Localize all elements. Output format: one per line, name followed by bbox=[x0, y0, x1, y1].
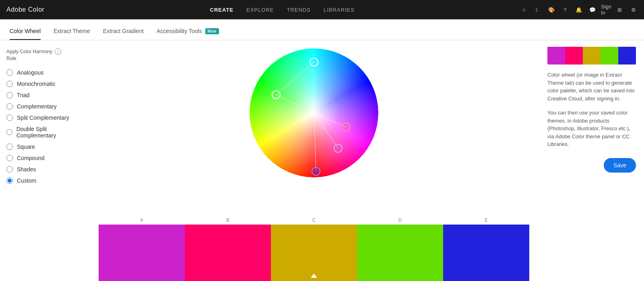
handle-A[interactable] bbox=[310, 58, 318, 67]
color-wheel-container[interactable] bbox=[250, 48, 378, 177]
radio-label-double-split-complementary: Double Split Complementary bbox=[17, 126, 82, 139]
new-badge: New bbox=[205, 28, 219, 34]
mini-swatch-3[interactable] bbox=[601, 47, 618, 65]
harmony-rules-list: AnalogousMonochromaticTriadComplementary… bbox=[6, 67, 82, 186]
radio-label-triad: Triad bbox=[17, 92, 29, 98]
radio-label-complementary: Complementary bbox=[17, 103, 57, 110]
handle-E[interactable] bbox=[312, 167, 320, 176]
radio-double-split-complementary[interactable] bbox=[6, 129, 12, 135]
radio-shades[interactable] bbox=[6, 166, 13, 173]
moon-icon[interactable]: ☾ bbox=[534, 6, 542, 14]
harmony-label: Apply Color Harmony i bbox=[6, 48, 82, 55]
radio-item-complementary[interactable]: Complementary bbox=[6, 101, 82, 112]
radio-item-triad[interactable]: Triad bbox=[6, 90, 82, 101]
swatch-D[interactable] bbox=[357, 225, 443, 281]
swatches-row bbox=[99, 225, 529, 281]
swatch-labels: ABCDE bbox=[99, 217, 529, 225]
radio-item-split-complementary[interactable]: Split Complementary bbox=[6, 112, 82, 123]
apps-icon[interactable]: ⊞ bbox=[616, 6, 624, 14]
radio-item-square[interactable]: Square bbox=[6, 141, 82, 152]
radio-square[interactable] bbox=[6, 144, 13, 150]
mini-swatch-2[interactable] bbox=[583, 47, 601, 65]
handle-D[interactable] bbox=[334, 144, 343, 153]
radio-monochromatic[interactable] bbox=[6, 81, 13, 87]
tab-extract-gradient[interactable]: Extract Gradient bbox=[103, 28, 144, 40]
radio-complementary[interactable] bbox=[6, 103, 13, 110]
tab-accessibility-tools[interactable]: Accessibility Tools New bbox=[157, 28, 219, 40]
swatch-label-C: C bbox=[271, 217, 357, 225]
swatches-section: ABCDE bbox=[89, 217, 539, 281]
center-area: ABCDE bbox=[89, 40, 539, 281]
left-sidebar: Apply Color Harmony i Rule AnalogousMono… bbox=[0, 40, 89, 281]
color-wheel-icon[interactable]: 🎨 bbox=[547, 6, 555, 14]
nav-create[interactable]: CREATE bbox=[210, 7, 233, 13]
sign-in-link[interactable]: Sign In bbox=[602, 6, 610, 14]
nav-libraries[interactable]: LIBRARIES bbox=[324, 7, 355, 13]
swatch-arrow-C bbox=[311, 274, 317, 278]
save-button[interactable]: Save bbox=[604, 158, 636, 173]
top-nav: Adobe Color CREATE EXPLORE TRENDS LIBRAR… bbox=[0, 0, 644, 19]
star-icon[interactable]: ☆ bbox=[520, 6, 528, 14]
radio-label-compound: Compound bbox=[17, 155, 45, 161]
radio-split-complementary[interactable] bbox=[6, 114, 13, 121]
radio-custom[interactable] bbox=[6, 177, 13, 184]
tab-extract-theme[interactable]: Extract Theme bbox=[54, 28, 90, 40]
mini-swatch-0[interactable] bbox=[547, 47, 565, 65]
radio-item-double-split-complementary[interactable]: Double Split Complementary bbox=[6, 123, 82, 141]
swatch-label-E: E bbox=[443, 217, 529, 225]
mini-swatch-4[interactable] bbox=[618, 47, 636, 65]
mini-swatch-1[interactable] bbox=[565, 47, 583, 65]
right-panel: Color wheel (or image in Extract Theme t… bbox=[539, 40, 644, 281]
settings-icon[interactable]: ⚙ bbox=[630, 6, 638, 14]
help-icon[interactable]: ? bbox=[561, 6, 569, 14]
brand-name: Adobe Color bbox=[6, 6, 44, 13]
radio-item-compound[interactable]: Compound bbox=[6, 152, 82, 164]
swatch-B[interactable] bbox=[185, 225, 271, 281]
mini-swatches bbox=[547, 47, 636, 65]
main-layout: Apply Color Harmony i Rule AnalogousMono… bbox=[0, 40, 644, 281]
sub-nav: Color Wheel Extract Theme Extract Gradie… bbox=[0, 19, 644, 40]
nav-right-icons: ☆ ☾ 🎨 ? 🔔 💬 Sign In ⊞ ⚙ bbox=[520, 6, 638, 14]
radio-item-analogous[interactable]: Analogous bbox=[6, 67, 82, 78]
chat-icon[interactable]: 💬 bbox=[588, 6, 597, 14]
handle-B[interactable] bbox=[272, 90, 281, 99]
swatch-label-D: D bbox=[357, 217, 443, 225]
color-wheel-canvas[interactable] bbox=[250, 48, 378, 177]
radio-item-custom[interactable]: Custom bbox=[6, 175, 82, 186]
nav-trends[interactable]: TRENDS bbox=[287, 7, 310, 13]
harmony-rule-label: Rule bbox=[6, 56, 82, 61]
radio-label-monochromatic: Monochromatic bbox=[17, 81, 56, 87]
handle-C[interactable] bbox=[342, 123, 351, 131]
panel-description-2: You can then use your saved color themes… bbox=[547, 109, 636, 148]
radio-label-split-complementary: Split Complementary bbox=[17, 114, 69, 121]
swatch-label-A: A bbox=[99, 217, 185, 225]
swatch-A[interactable] bbox=[99, 225, 185, 281]
swatch-E[interactable] bbox=[443, 225, 529, 281]
radio-triad[interactable] bbox=[6, 92, 13, 98]
swatch-label-B: B bbox=[185, 217, 271, 225]
radio-label-square: Square bbox=[17, 144, 35, 150]
radio-label-custom: Custom bbox=[17, 177, 36, 184]
swatch-C[interactable] bbox=[271, 225, 357, 281]
radio-label-analogous: Analogous bbox=[17, 69, 43, 76]
radio-compound[interactable] bbox=[6, 155, 13, 161]
radio-label-shades: Shades bbox=[17, 166, 36, 173]
radio-item-shades[interactable]: Shades bbox=[6, 164, 82, 175]
main-nav: CREATE EXPLORE TRENDS LIBRARIES bbox=[210, 7, 355, 13]
bell-icon[interactable]: 🔔 bbox=[575, 6, 583, 14]
tab-color-wheel[interactable]: Color Wheel bbox=[10, 28, 41, 40]
harmony-info-icon[interactable]: i bbox=[55, 48, 61, 55]
nav-explore[interactable]: EXPLORE bbox=[246, 7, 274, 13]
panel-description-1: Color wheel (or image in Extract Theme t… bbox=[547, 71, 636, 102]
radio-item-monochromatic[interactable]: Monochromatic bbox=[6, 78, 82, 90]
radio-analogous[interactable] bbox=[6, 69, 13, 76]
